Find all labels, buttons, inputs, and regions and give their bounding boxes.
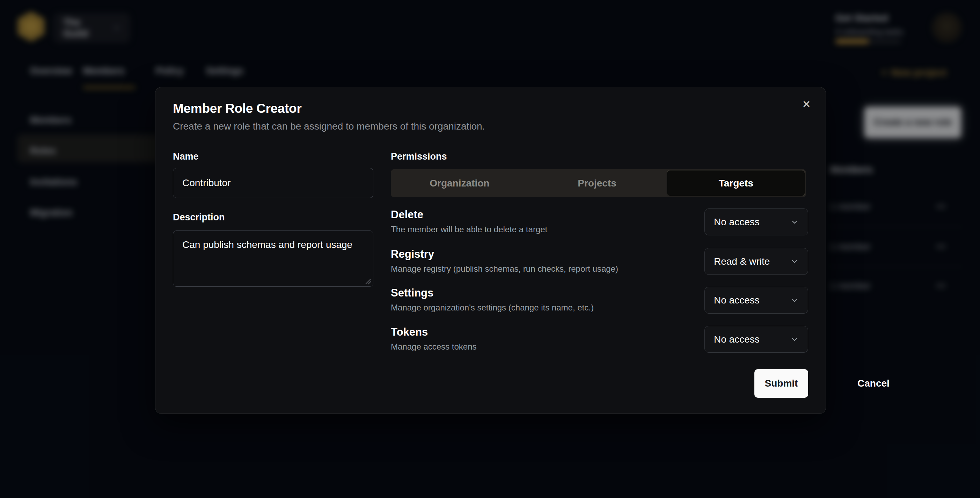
role-name-input[interactable] <box>173 168 373 198</box>
permission-description: Manage organization's settings (change i… <box>391 303 594 313</box>
permission-row-tokens: Tokens Manage access tokens No access <box>391 326 808 357</box>
tab-organization[interactable]: Organization <box>391 169 528 197</box>
registry-access-select[interactable]: Read & write <box>705 248 808 275</box>
chevron-down-icon <box>791 258 799 266</box>
dialog-title: Member Role Creator <box>173 101 302 116</box>
permission-name: Delete <box>391 208 423 221</box>
tab-projects[interactable]: Projects <box>528 169 666 197</box>
description-label: Description <box>173 212 225 223</box>
chevron-down-icon <box>791 296 799 304</box>
close-icon: ✕ <box>802 98 811 110</box>
cancel-button[interactable]: Cancel <box>840 369 907 398</box>
member-role-creator-dialog: ✕ Member Role Creator Create a new role … <box>155 87 826 414</box>
permission-description: The member will be able to delete a targ… <box>391 224 547 234</box>
app-screen: The Guild Get Started 4 onboarding tasks… <box>0 0 980 498</box>
role-description-textarea[interactable]: Can publish schemas and report usage <box>173 231 373 287</box>
tab-targets[interactable]: Targets <box>667 170 805 196</box>
permission-row-registry: Registry Manage registry (publish schema… <box>391 248 808 279</box>
permission-description: Manage access tokens <box>391 342 476 352</box>
name-label: Name <box>173 151 199 162</box>
permission-row-settings: Settings Manage organization's settings … <box>391 287 808 318</box>
permission-name: Settings <box>391 287 433 299</box>
chevron-down-icon <box>791 218 799 226</box>
select-value: No access <box>714 334 760 345</box>
settings-access-select[interactable]: No access <box>705 287 808 313</box>
permission-name: Tokens <box>391 326 428 338</box>
close-button[interactable]: ✕ <box>799 96 814 112</box>
permission-name: Registry <box>391 248 434 261</box>
chevron-down-icon <box>791 335 799 344</box>
permission-row-delete: Delete The member will be able to delete… <box>391 208 808 240</box>
permissions-scope-tablist: Organization Projects Targets <box>391 169 806 197</box>
permissions-label: Permissions <box>391 151 447 162</box>
delete-access-select[interactable]: No access <box>705 208 808 235</box>
permission-description: Manage registry (publish schemas, run ch… <box>391 264 618 274</box>
select-value: No access <box>714 295 760 306</box>
tokens-access-select[interactable]: No access <box>705 326 808 353</box>
resize-handle-icon[interactable] <box>364 278 371 285</box>
dialog-subtitle: Create a new role that can be assigned t… <box>173 121 485 132</box>
select-value: No access <box>714 216 760 228</box>
select-value: Read & write <box>714 256 770 267</box>
submit-button[interactable]: Submit <box>754 369 808 398</box>
